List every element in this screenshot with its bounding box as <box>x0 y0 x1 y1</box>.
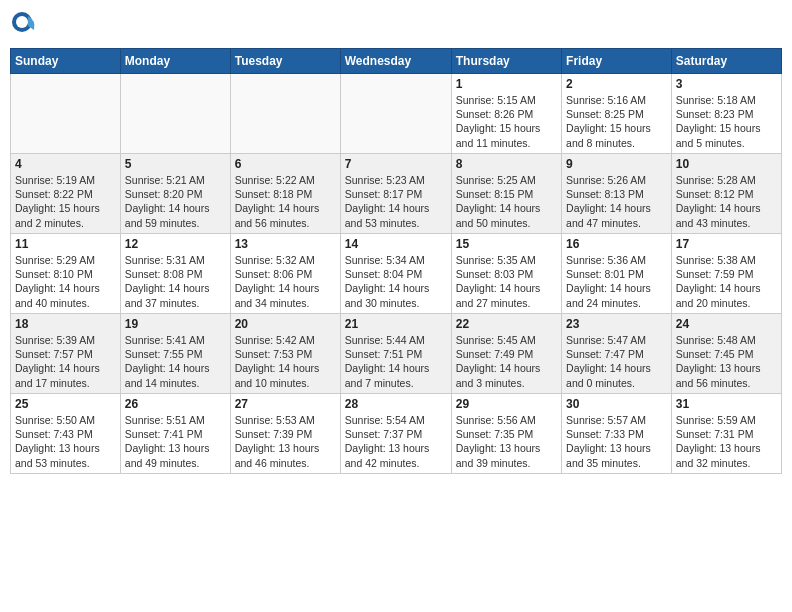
calendar-cell: 26Sunrise: 5:51 AM Sunset: 7:41 PM Dayli… <box>120 394 230 474</box>
calendar-cell: 7Sunrise: 5:23 AM Sunset: 8:17 PM Daylig… <box>340 154 451 234</box>
calendar-cell: 18Sunrise: 5:39 AM Sunset: 7:57 PM Dayli… <box>11 314 121 394</box>
day-number: 27 <box>235 397 336 411</box>
day-number: 21 <box>345 317 447 331</box>
calendar-cell: 4Sunrise: 5:19 AM Sunset: 8:22 PM Daylig… <box>11 154 121 234</box>
day-info: Sunrise: 5:44 AM Sunset: 7:51 PM Dayligh… <box>345 333 447 390</box>
day-info: Sunrise: 5:29 AM Sunset: 8:10 PM Dayligh… <box>15 253 116 310</box>
day-info: Sunrise: 5:54 AM Sunset: 7:37 PM Dayligh… <box>345 413 447 470</box>
day-number: 17 <box>676 237 777 251</box>
day-info: Sunrise: 5:48 AM Sunset: 7:45 PM Dayligh… <box>676 333 777 390</box>
calendar-cell: 21Sunrise: 5:44 AM Sunset: 7:51 PM Dayli… <box>340 314 451 394</box>
calendar-cell: 8Sunrise: 5:25 AM Sunset: 8:15 PM Daylig… <box>451 154 561 234</box>
calendar-cell: 25Sunrise: 5:50 AM Sunset: 7:43 PM Dayli… <box>11 394 121 474</box>
calendar-cell: 17Sunrise: 5:38 AM Sunset: 7:59 PM Dayli… <box>671 234 781 314</box>
day-info: Sunrise: 5:34 AM Sunset: 8:04 PM Dayligh… <box>345 253 447 310</box>
weekday-header-tuesday: Tuesday <box>230 49 340 74</box>
day-number: 1 <box>456 77 557 91</box>
day-number: 20 <box>235 317 336 331</box>
day-info: Sunrise: 5:26 AM Sunset: 8:13 PM Dayligh… <box>566 173 667 230</box>
day-number: 11 <box>15 237 116 251</box>
day-number: 19 <box>125 317 226 331</box>
day-number: 10 <box>676 157 777 171</box>
calendar-cell: 27Sunrise: 5:53 AM Sunset: 7:39 PM Dayli… <box>230 394 340 474</box>
page-header <box>10 10 782 38</box>
calendar-cell: 11Sunrise: 5:29 AM Sunset: 8:10 PM Dayli… <box>11 234 121 314</box>
calendar-cell <box>11 74 121 154</box>
day-number: 25 <box>15 397 116 411</box>
calendar-cell: 28Sunrise: 5:54 AM Sunset: 7:37 PM Dayli… <box>340 394 451 474</box>
calendar-cell: 12Sunrise: 5:31 AM Sunset: 8:08 PM Dayli… <box>120 234 230 314</box>
day-info: Sunrise: 5:25 AM Sunset: 8:15 PM Dayligh… <box>456 173 557 230</box>
calendar-cell: 29Sunrise: 5:56 AM Sunset: 7:35 PM Dayli… <box>451 394 561 474</box>
day-info: Sunrise: 5:35 AM Sunset: 8:03 PM Dayligh… <box>456 253 557 310</box>
day-info: Sunrise: 5:36 AM Sunset: 8:01 PM Dayligh… <box>566 253 667 310</box>
day-info: Sunrise: 5:23 AM Sunset: 8:17 PM Dayligh… <box>345 173 447 230</box>
day-info: Sunrise: 5:53 AM Sunset: 7:39 PM Dayligh… <box>235 413 336 470</box>
calendar-cell: 20Sunrise: 5:42 AM Sunset: 7:53 PM Dayli… <box>230 314 340 394</box>
day-number: 31 <box>676 397 777 411</box>
calendar-cell: 16Sunrise: 5:36 AM Sunset: 8:01 PM Dayli… <box>562 234 672 314</box>
day-info: Sunrise: 5:50 AM Sunset: 7:43 PM Dayligh… <box>15 413 116 470</box>
weekday-header-friday: Friday <box>562 49 672 74</box>
day-number: 12 <box>125 237 226 251</box>
day-info: Sunrise: 5:51 AM Sunset: 7:41 PM Dayligh… <box>125 413 226 470</box>
weekday-header-wednesday: Wednesday <box>340 49 451 74</box>
day-number: 30 <box>566 397 667 411</box>
calendar-cell: 5Sunrise: 5:21 AM Sunset: 8:20 PM Daylig… <box>120 154 230 234</box>
svg-point-1 <box>16 16 28 28</box>
calendar-cell: 10Sunrise: 5:28 AM Sunset: 8:12 PM Dayli… <box>671 154 781 234</box>
day-info: Sunrise: 5:15 AM Sunset: 8:26 PM Dayligh… <box>456 93 557 150</box>
calendar-cell: 6Sunrise: 5:22 AM Sunset: 8:18 PM Daylig… <box>230 154 340 234</box>
logo <box>10 10 40 38</box>
day-number: 3 <box>676 77 777 91</box>
day-number: 22 <box>456 317 557 331</box>
calendar-week-row: 18Sunrise: 5:39 AM Sunset: 7:57 PM Dayli… <box>11 314 782 394</box>
day-number: 5 <box>125 157 226 171</box>
day-number: 28 <box>345 397 447 411</box>
calendar-week-row: 11Sunrise: 5:29 AM Sunset: 8:10 PM Dayli… <box>11 234 782 314</box>
day-info: Sunrise: 5:31 AM Sunset: 8:08 PM Dayligh… <box>125 253 226 310</box>
calendar-cell: 24Sunrise: 5:48 AM Sunset: 7:45 PM Dayli… <box>671 314 781 394</box>
day-info: Sunrise: 5:19 AM Sunset: 8:22 PM Dayligh… <box>15 173 116 230</box>
calendar-cell: 30Sunrise: 5:57 AM Sunset: 7:33 PM Dayli… <box>562 394 672 474</box>
day-info: Sunrise: 5:56 AM Sunset: 7:35 PM Dayligh… <box>456 413 557 470</box>
day-info: Sunrise: 5:57 AM Sunset: 7:33 PM Dayligh… <box>566 413 667 470</box>
calendar-cell: 2Sunrise: 5:16 AM Sunset: 8:25 PM Daylig… <box>562 74 672 154</box>
day-number: 7 <box>345 157 447 171</box>
day-number: 13 <box>235 237 336 251</box>
day-number: 4 <box>15 157 116 171</box>
day-number: 8 <box>456 157 557 171</box>
calendar-cell: 3Sunrise: 5:18 AM Sunset: 8:23 PM Daylig… <box>671 74 781 154</box>
calendar-week-row: 25Sunrise: 5:50 AM Sunset: 7:43 PM Dayli… <box>11 394 782 474</box>
day-info: Sunrise: 5:47 AM Sunset: 7:47 PM Dayligh… <box>566 333 667 390</box>
day-number: 23 <box>566 317 667 331</box>
day-number: 9 <box>566 157 667 171</box>
day-info: Sunrise: 5:59 AM Sunset: 7:31 PM Dayligh… <box>676 413 777 470</box>
day-number: 6 <box>235 157 336 171</box>
calendar-cell <box>230 74 340 154</box>
calendar-cell: 19Sunrise: 5:41 AM Sunset: 7:55 PM Dayli… <box>120 314 230 394</box>
day-info: Sunrise: 5:21 AM Sunset: 8:20 PM Dayligh… <box>125 173 226 230</box>
calendar-cell: 9Sunrise: 5:26 AM Sunset: 8:13 PM Daylig… <box>562 154 672 234</box>
calendar-cell: 1Sunrise: 5:15 AM Sunset: 8:26 PM Daylig… <box>451 74 561 154</box>
calendar-cell: 13Sunrise: 5:32 AM Sunset: 8:06 PM Dayli… <box>230 234 340 314</box>
day-info: Sunrise: 5:39 AM Sunset: 7:57 PM Dayligh… <box>15 333 116 390</box>
day-info: Sunrise: 5:32 AM Sunset: 8:06 PM Dayligh… <box>235 253 336 310</box>
day-info: Sunrise: 5:45 AM Sunset: 7:49 PM Dayligh… <box>456 333 557 390</box>
calendar-cell <box>120 74 230 154</box>
logo-icon <box>10 10 38 38</box>
day-info: Sunrise: 5:18 AM Sunset: 8:23 PM Dayligh… <box>676 93 777 150</box>
day-info: Sunrise: 5:41 AM Sunset: 7:55 PM Dayligh… <box>125 333 226 390</box>
weekday-header-monday: Monday <box>120 49 230 74</box>
day-info: Sunrise: 5:16 AM Sunset: 8:25 PM Dayligh… <box>566 93 667 150</box>
calendar-table: SundayMondayTuesdayWednesdayThursdayFrid… <box>10 48 782 474</box>
weekday-header-row: SundayMondayTuesdayWednesdayThursdayFrid… <box>11 49 782 74</box>
calendar-cell: 14Sunrise: 5:34 AM Sunset: 8:04 PM Dayli… <box>340 234 451 314</box>
calendar-cell <box>340 74 451 154</box>
day-info: Sunrise: 5:28 AM Sunset: 8:12 PM Dayligh… <box>676 173 777 230</box>
day-number: 29 <box>456 397 557 411</box>
calendar-week-row: 4Sunrise: 5:19 AM Sunset: 8:22 PM Daylig… <box>11 154 782 234</box>
day-number: 14 <box>345 237 447 251</box>
day-info: Sunrise: 5:22 AM Sunset: 8:18 PM Dayligh… <box>235 173 336 230</box>
day-number: 16 <box>566 237 667 251</box>
